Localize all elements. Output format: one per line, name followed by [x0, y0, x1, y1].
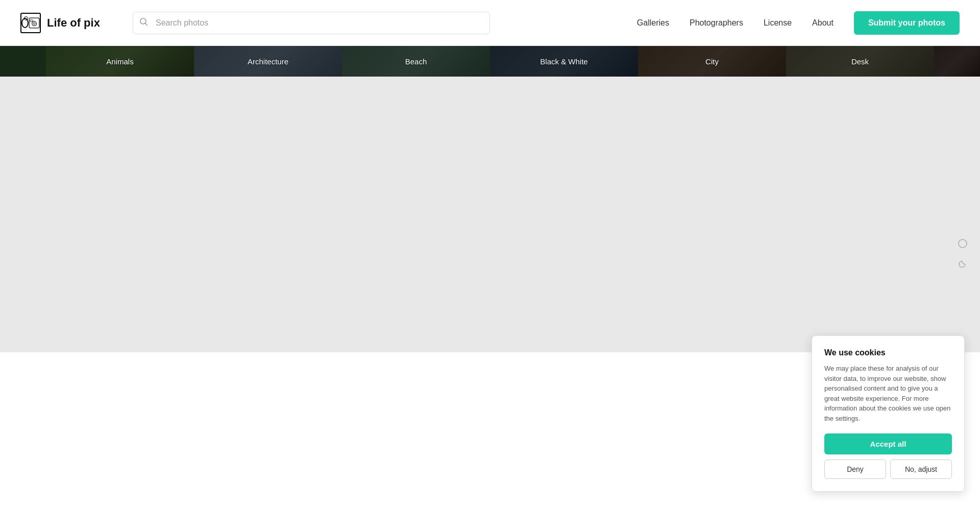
circle-icon[interactable]	[955, 236, 970, 251]
category-city[interactable]: City	[638, 46, 786, 77]
category-desk-label: Desk	[851, 57, 869, 66]
search-input[interactable]	[133, 12, 490, 34]
categories-strip: Animals Architecture Beach Black & White…	[0, 46, 980, 77]
nav-about[interactable]: About	[812, 18, 834, 28]
nav-license[interactable]: License	[764, 18, 792, 28]
logo-icon	[20, 13, 41, 33]
main-content	[0, 77, 980, 352]
logo-text: Life of pix	[47, 16, 100, 30]
logo-link[interactable]: Life of pix	[20, 13, 122, 33]
cookie-title: We use cookies	[824, 348, 952, 352]
svg-point-2	[32, 21, 37, 26]
moon-icon[interactable]	[955, 257, 970, 271]
svg-point-3	[33, 22, 35, 25]
svg-point-6	[959, 239, 967, 248]
category-city-label: City	[705, 57, 719, 66]
category-beach[interactable]: Beach	[342, 46, 490, 77]
category-black-white[interactable]: Black & White	[490, 46, 638, 77]
category-bw-label: Black & White	[540, 57, 587, 66]
category-animals[interactable]: Animals	[46, 46, 194, 77]
svg-rect-1	[30, 19, 33, 21]
nav-photographers[interactable]: Photographers	[690, 18, 743, 28]
category-last-bg	[934, 46, 980, 77]
nav-links: Galleries Photographers License About Su…	[637, 11, 960, 35]
category-architecture[interactable]: Architecture	[194, 46, 342, 77]
sidebar-icons	[955, 236, 970, 271]
search-bar	[133, 12, 490, 34]
header: Life of pix Galleries Photographers Lice…	[0, 0, 980, 46]
search-icon	[140, 18, 148, 28]
category-beach-label: Beach	[405, 57, 427, 66]
category-architecture-label: Architecture	[248, 57, 288, 66]
svg-line-5	[145, 23, 148, 25]
submit-photos-button[interactable]: Submit your photos	[854, 11, 960, 35]
cookie-banner: We use cookies We may place these for an…	[812, 335, 965, 352]
category-first[interactable]	[0, 46, 46, 77]
category-first-bg	[0, 46, 46, 77]
svg-rect-0	[29, 18, 39, 28]
category-last[interactable]	[934, 46, 980, 77]
category-animals-label: Animals	[106, 57, 133, 66]
category-desk[interactable]: Desk	[786, 46, 934, 77]
nav-galleries[interactable]: Galleries	[637, 18, 669, 28]
